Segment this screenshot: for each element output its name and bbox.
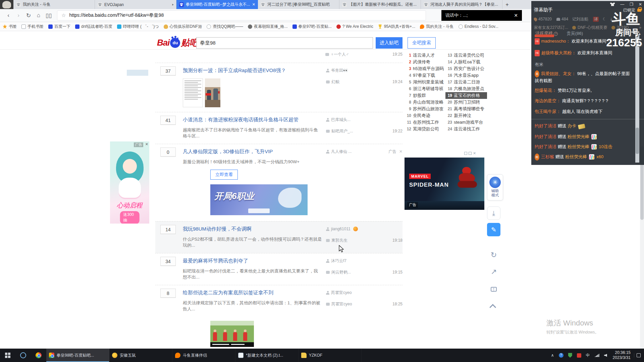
baidu-tieba-logo[interactable]: Bai du 贴吧 bbox=[157, 37, 198, 49]
thread-title-link[interactable]: 最爱的麻将环节腾讯也剥夺了 bbox=[183, 257, 322, 264]
left-anime-ad[interactable]: 广告 ✕ 心动启程 送300抽 bbox=[110, 141, 149, 224]
assist-mode-button[interactable]: ✳ 辅助模式 bbox=[487, 174, 503, 200]
last-reply-author[interactable]: ♀一个人♂ bbox=[331, 52, 349, 57]
tray-clock[interactable]: 20:36:15 2023/3/31 bbox=[613, 350, 631, 360]
share-button[interactable]: ↗ bbox=[487, 266, 500, 278]
chrome-pinned-button[interactable] bbox=[31, 349, 46, 362]
thread-author[interactable]: 巴库城头... bbox=[331, 117, 351, 123]
panel-close-icon[interactable]: ✕ bbox=[639, 2, 642, 7]
thread-author[interactable]: 芮霍宣cyeo bbox=[331, 290, 352, 296]
home-icon[interactable]: ⌂ bbox=[34, 10, 44, 20]
search-all-forums-button[interactable]: 全吧搜索 bbox=[408, 37, 436, 49]
hot-search-item[interactable]: 14人脉旺oa下载 bbox=[445, 59, 487, 65]
hot-search-item[interactable]: 497拳皇下载 bbox=[405, 72, 445, 79]
hot-search-item[interactable]: 3h5游戏平台源码 bbox=[405, 65, 445, 72]
hot-search-item[interactable]: 15西安广告设计公 bbox=[445, 65, 487, 72]
thumbnail-text-image[interactable] bbox=[183, 78, 203, 107]
new-post-button[interactable]: ✎ bbox=[487, 223, 500, 236]
browser-tab[interactable]: EVOJapan🕨 bbox=[95, 0, 176, 9]
refresh-icon[interactable]: ↻ bbox=[23, 10, 34, 20]
help-tray-icon[interactable]: ? bbox=[559, 353, 564, 358]
spiderman-ad[interactable]: MARVEL SPIDER-MAN 广告 bbox=[405, 158, 484, 210]
back-icon[interactable]: ‹ bbox=[3, 10, 13, 20]
browser-tab[interactable]: 河二过分了吧 [拳皇98吧]_百度贴吧 bbox=[258, 0, 339, 9]
last-reply-author[interactable]: 幻貌 bbox=[331, 79, 339, 85]
hot-search-item[interactable]: 7炒股群 bbox=[405, 92, 445, 99]
bookmark-item[interactable]: Endless - DJ Sov... bbox=[459, 24, 498, 29]
hot-search-item[interactable]: 2武侠传奇 bbox=[405, 59, 445, 65]
bookmark-item[interactable]: 95A防具+首饰+... bbox=[378, 24, 415, 29]
bookmark-item[interactable]: 夜幕朝阳直播_格... bbox=[248, 24, 288, 29]
bookmark-item[interactable]: ? We Are Electric bbox=[336, 24, 373, 29]
toast-close-icon[interactable]: ✕ bbox=[514, 13, 518, 18]
hot-search-item[interactable]: 10全民奇迹 bbox=[405, 112, 445, 119]
forward-icon[interactable]: › bbox=[13, 10, 23, 20]
network-icon[interactable] bbox=[595, 354, 599, 357]
notification-center-button[interactable] bbox=[634, 353, 643, 357]
hot-search-item[interactable]: 24连云港找工作 bbox=[445, 126, 487, 132]
thread-title-link[interactable]: 预测分析一波：国手立成Rap能否进EVO8强？ bbox=[183, 67, 322, 74]
bookmark-item[interactable]: 心悦俱乐部DNF游 bbox=[164, 24, 202, 29]
ad-close-icon[interactable]: ✕ bbox=[473, 151, 476, 156]
feedback-button[interactable]: ! bbox=[487, 283, 500, 295]
tab-muted-icon[interactable]: 🕨 bbox=[171, 3, 173, 7]
ad-option-icon[interactable] bbox=[464, 152, 467, 155]
thread-author[interactable]: 凡人修仙 ... bbox=[331, 149, 352, 155]
hot-search-item[interactable]: 17连云港二日游 bbox=[445, 79, 487, 85]
panel-minimize-icon[interactable]: — bbox=[620, 2, 624, 7]
download-app-button[interactable]: ⤓ bbox=[487, 206, 500, 220]
panel-restore-icon[interactable]: ❐ bbox=[630, 2, 633, 7]
bookmark-item[interactable]: 书签 bbox=[3, 24, 17, 29]
tab-close-icon[interactable]: ✕ bbox=[252, 2, 255, 7]
reading-mode-icon[interactable]: ▯▯ bbox=[44, 10, 54, 20]
last-reply-author[interactable]: 贴吧用户_... bbox=[331, 128, 353, 134]
start-button[interactable] bbox=[0, 349, 15, 362]
hot-search-item[interactable]: 21高考填报哪些专 bbox=[445, 106, 487, 112]
bookmark-item[interactable]: 百度一下 bbox=[48, 24, 70, 29]
browser-tab[interactable]: 我的关注 - 斗鱼 bbox=[13, 0, 95, 9]
hot-search-item[interactable]: 12芜湖贷款公司 bbox=[405, 126, 445, 132]
antivirus-tray-icon[interactable] bbox=[568, 353, 572, 358]
volume-icon[interactable] bbox=[604, 354, 607, 357]
shirt-icon[interactable] bbox=[610, 3, 615, 6]
thread-author[interactable]: jiang61011 bbox=[331, 227, 351, 231]
bookmark-item[interactable]: 查找QQ网吧—— bbox=[207, 24, 243, 29]
hot-search-item[interactable]: 23steam游戏平台 bbox=[445, 119, 487, 126]
bookmark-item[interactable]: 我的关注 - 斗鱼 bbox=[420, 24, 454, 29]
hot-search-item[interactable]: 18六横岛旅游景点 bbox=[445, 85, 487, 92]
thread-title-link[interactable]: 给那些说老二应为有案底所以签证拿不到 bbox=[183, 289, 322, 296]
thread-title-link[interactable]: 我玩98UM动作好慢，不会调啊 bbox=[183, 226, 322, 232]
new-tab-button[interactable]: + bbox=[502, 0, 512, 9]
hot-search-item[interactable]: 8舟山自驾游攻略 bbox=[405, 99, 445, 106]
last-reply-author[interactable]: 東郭先生 bbox=[331, 238, 347, 243]
hot-search-item[interactable]: 9苏州西山旅游攻 bbox=[405, 106, 445, 112]
tab-vip[interactable]: 贵宾(86) bbox=[567, 31, 583, 37]
ad-option-icon[interactable] bbox=[469, 152, 472, 155]
hot-search-item[interactable]: 5湖州织里童装城 bbox=[405, 79, 445, 85]
browser-profile-avatar[interactable] bbox=[0, 0, 13, 9]
ad-controls[interactable]: ✕ bbox=[464, 151, 476, 156]
hot-search-item[interactable]: 22新开神泣 bbox=[445, 112, 487, 119]
address-bar[interactable]: ☆ https://tieba.baidu.com/f?ie=utf-8&kw=… bbox=[57, 10, 426, 20]
hot-search-item[interactable]: 20苏州门卫招聘 bbox=[445, 99, 487, 106]
thread-author[interactable]: 沐巧云f7 bbox=[331, 258, 346, 264]
panel-scrollbar[interactable] bbox=[635, 34, 639, 163]
taskbar-task-button[interactable]: 安徽五鼠 bbox=[109, 349, 172, 362]
browser-tab[interactable]: 河池这人脑子真的没问题吗？【拳皇... bbox=[421, 0, 502, 9]
refresh-list-button[interactable]: ↻ bbox=[487, 249, 500, 261]
hot-search-item[interactable]: 16汽水音乐app bbox=[445, 72, 487, 79]
tieba-search-input[interactable] bbox=[196, 37, 373, 49]
hot-search-item[interactable]: 19蓝宝石的价格 bbox=[445, 92, 487, 99]
thumbnail-photo[interactable] bbox=[210, 321, 254, 347]
last-reply-author[interactable]: 芮霍宣cyeo bbox=[331, 301, 352, 307]
hot-search-item[interactable]: 13连云港货代公司 bbox=[445, 52, 487, 59]
taskbar-task-button[interactable]: 拳皇98吧-百度贴吧... bbox=[46, 349, 109, 362]
ad-close-icon[interactable]: ✕ bbox=[399, 149, 402, 154]
app-tray-icon[interactable] bbox=[577, 353, 581, 358]
url-text[interactable]: https://tieba.baidu.com/f?ie=utf-8&kw=拳皇… bbox=[69, 12, 164, 18]
thread-title-link[interactable]: 凡人修仙限定版，3D修仙巨作，飞升VIP bbox=[183, 148, 322, 155]
bookmark-item[interactable]: 哔哩哔哩 ( ゜- ゜)つ bbox=[117, 24, 159, 29]
taskbar-task-button[interactable]: YZKOF bbox=[299, 349, 362, 362]
tray-expand-icon[interactable]: ∧ bbox=[551, 353, 554, 358]
panel-scrollbar-thumb[interactable] bbox=[636, 128, 639, 154]
